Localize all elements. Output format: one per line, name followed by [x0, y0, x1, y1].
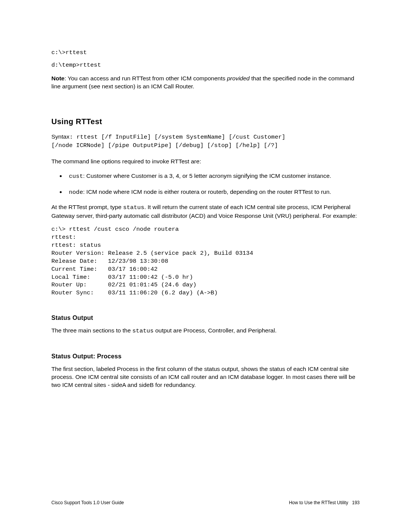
status-code: status [132, 328, 154, 334]
process-paragraph: The first section, labeled Process in th… [51, 365, 360, 389]
heading-status-output-process: Status Output: Process [51, 353, 360, 360]
footer-right: How to Use the RTTest Utility 193 [289, 500, 360, 505]
footer-section-title: How to Use the RTTest Utility [289, 500, 348, 505]
page-footer: Cisco Support Tools 1.0 User Guide How t… [51, 500, 360, 505]
list-item: cust: Customer where Customer is a 3, 4,… [66, 172, 360, 181]
cmdline-intro: The command line options required to inv… [51, 158, 360, 166]
prompt-before: At the RTTest prompt, type [51, 204, 123, 210]
terminal-output: c:\> rttest /cust csco /node routera rtt… [51, 225, 360, 297]
option-text-node: : ICM node where ICM node is either rout… [83, 189, 331, 195]
syntax-line1: : rttest [/f InputFile] [/system SystemN… [69, 134, 285, 141]
status-after: output are Process, Controller, and Peri… [154, 327, 277, 334]
note-paragraph: Note: You can access and run RTTest from… [51, 75, 360, 91]
option-code-node: node [69, 189, 83, 196]
syntax-label: Syntax [51, 133, 69, 140]
code-line-2: d:\temp>rttest [51, 61, 360, 69]
option-text-cust: : Customer where Customer is a 3, 4, or … [83, 173, 331, 179]
note-italic: provided [227, 75, 250, 81]
prompt-paragraph: At the RTTest prompt, type status. It wi… [51, 203, 360, 220]
footer-left: Cisco Support Tools 1.0 User Guide [51, 500, 124, 505]
page-number: 193 [352, 500, 360, 505]
heading-using-rttest: Using RTTest [51, 117, 360, 126]
list-item: node: ICM node where ICM node is either … [66, 188, 360, 197]
option-code-cust: cust [69, 173, 83, 180]
syntax-line2: [/node ICRNode] [/pipe OutputPipe] [/deb… [51, 142, 278, 149]
status-before: The three main sections to the [51, 327, 132, 334]
note-text-before: : You can access and run RTTest from oth… [64, 75, 227, 81]
note-label: Note [51, 75, 64, 81]
status-output-paragraph: The three main sections to the status ou… [51, 327, 360, 335]
code-line-1: c:\>rttest [51, 49, 360, 57]
prompt-code: status [123, 204, 144, 211]
options-list: cust: Customer where Customer is a 3, 4,… [51, 172, 360, 197]
heading-status-output: Status Output [51, 315, 360, 321]
syntax-block: Syntax: rttest [/f InputFile] [/system S… [51, 133, 360, 150]
